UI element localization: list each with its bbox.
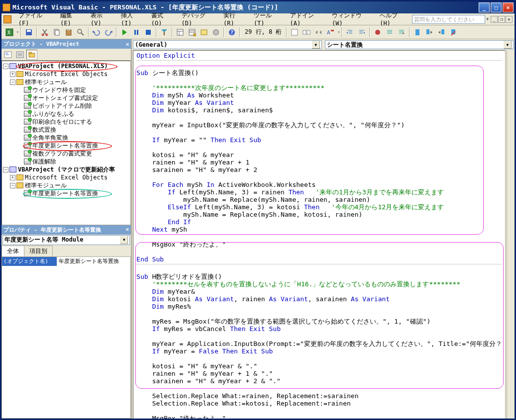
- properties-grid[interactable]: (オブジェクト名) 年度更新シート名等置換: [1, 256, 131, 419]
- redo-button[interactable]: [103, 27, 114, 38]
- tree-module[interactable]: ピボットアイテム削除: [3, 102, 129, 110]
- edit-dropdown-icon[interactable]: ▾: [337, 30, 340, 34]
- vertical-scrollbar[interactable]: [507, 50, 515, 419]
- indent-button[interactable]: [344, 27, 356, 38]
- next-bookmark-button[interactable]: [423, 27, 435, 38]
- toggle-folders-button[interactable]: [26, 50, 37, 60]
- prop-value[interactable]: 年度更新シート名等置換: [57, 257, 130, 266]
- svg-rect-49: [415, 29, 419, 35]
- object-combo[interactable]: (General)▼: [133, 40, 321, 49]
- prop-key: (オブジェクト名): [2, 257, 57, 266]
- comment-button[interactable]: [384, 27, 396, 38]
- help-dropdown-icon[interactable]: ▼: [486, 17, 489, 21]
- outdent-button[interactable]: [356, 27, 368, 38]
- tree-label: Microsoft Excel Objects: [25, 71, 107, 78]
- find-button[interactable]: [75, 27, 87, 38]
- svg-rect-14: [137, 30, 138, 35]
- svg-rect-13: [134, 30, 136, 35]
- design-mode-button[interactable]: [158, 27, 170, 38]
- mdi-minimize-button[interactable]: _: [491, 16, 498, 23]
- edit-tool-1[interactable]: [289, 27, 301, 38]
- minimize-button[interactable]: _: [479, 2, 490, 12]
- undo-button[interactable]: [91, 27, 103, 38]
- tree-project-1[interactable]: −VBAProject (PERSONAL.XLS): [3, 62, 129, 70]
- tree-label: 年度更新シート名等置換: [32, 142, 98, 150]
- prev-bookmark-button[interactable]: [435, 27, 447, 38]
- maximize-button[interactable]: □: [491, 2, 502, 12]
- tree-module[interactable]: ウインドウ枠を固定: [3, 86, 129, 94]
- object-combo-value: (General): [135, 41, 167, 48]
- excel-dropdown-icon[interactable]: ▾: [16, 30, 19, 34]
- svg-rect-7: [55, 30, 59, 35]
- properties-object-combo[interactable]: 年度更新シート名等 Module▼: [1, 235, 131, 246]
- tree-std-modules-1[interactable]: −標準モジュール: [3, 78, 129, 86]
- svg-text:A: A: [327, 29, 330, 36]
- prop-tab-category[interactable]: 項目別: [24, 246, 53, 256]
- chevron-down-icon[interactable]: ▼: [312, 41, 320, 49]
- tree-module[interactable]: ふりがなをふる: [3, 110, 129, 118]
- svg-marker-48: [403, 32, 405, 34]
- reset-button[interactable]: [142, 27, 154, 38]
- properties-pane-close-icon[interactable]: ×: [126, 226, 129, 234]
- paste-button[interactable]: [63, 27, 75, 38]
- breakpoint-button[interactable]: [372, 27, 384, 38]
- svg-marker-36: [347, 32, 348, 34]
- tree-module[interactable]: 全角半角変換: [3, 134, 129, 142]
- tree-module-selected[interactable]: 年度更新シート名等置換: [3, 142, 129, 150]
- break-button[interactable]: [130, 27, 142, 38]
- tree-module[interactable]: 複数グラフの書式変更: [3, 150, 129, 158]
- project-explorer-button[interactable]: [174, 27, 186, 38]
- tree-module-2[interactable]: 年度更新シート名等置換: [3, 189, 129, 197]
- tree-excel-objects-1[interactable]: +Microsoft Excel Objects: [3, 70, 129, 78]
- cut-button[interactable]: [39, 27, 51, 38]
- bookmark-button[interactable]: [412, 27, 423, 38]
- tree-excel-objects-2[interactable]: +Microsoft Excel Objects: [3, 173, 129, 181]
- view-code-button[interactable]: [2, 50, 13, 60]
- tree-module[interactable]: 保護解除: [3, 158, 129, 166]
- svg-marker-53: [438, 31, 440, 34]
- svg-marker-40: [363, 32, 365, 34]
- toolbox-button[interactable]: [210, 27, 222, 38]
- svg-rect-32: [331, 30, 334, 31]
- chevron-down-icon[interactable]: ▼: [504, 41, 512, 49]
- prop-obj-name: 年度更新シート名等: [4, 236, 58, 243]
- tree-module[interactable]: 印刷余白をゼロにする: [3, 118, 129, 126]
- object-browser-button[interactable]: [198, 27, 210, 38]
- svg-rect-18: [177, 29, 183, 35]
- view-object-button[interactable]: [14, 50, 25, 60]
- edit-tool-3[interactable]: [312, 27, 324, 38]
- prop-tab-all[interactable]: 全体: [1, 246, 24, 256]
- tree-std-modules-2[interactable]: −標準モジュール: [3, 181, 129, 189]
- view-excel-button[interactable]: X: [3, 27, 15, 38]
- help-button[interactable]: ?: [226, 27, 238, 38]
- tree-label: VBAProject (PERSONAL.XLS): [18, 63, 108, 70]
- run-button[interactable]: [118, 27, 130, 38]
- uncomment-button[interactable]: [396, 27, 408, 38]
- project-pane-close-icon[interactable]: ×: [126, 41, 129, 47]
- tree-module[interactable]: 数式置換: [3, 126, 129, 134]
- mdi-restore-button[interactable]: ❐: [498, 16, 505, 23]
- mdi-close-button[interactable]: ×: [506, 16, 513, 23]
- project-tree[interactable]: −VBAProject (PERSONAL.XLS) +Microsoft Ex…: [1, 61, 131, 225]
- svg-rect-25: [201, 30, 207, 35]
- clear-bookmarks-button[interactable]: [447, 27, 459, 38]
- properties-pane-header[interactable]: プロパティ - 年度更新シート名等置換 ×: [1, 225, 131, 235]
- chevron-down-icon[interactable]: ▼: [120, 236, 128, 244]
- code-editor[interactable]: Option Explicit Sub シート名置換() '**********…: [133, 50, 506, 419]
- procedure-combo[interactable]: シート名置換▼: [325, 40, 514, 49]
- properties-button[interactable]: [186, 27, 198, 38]
- svg-rect-60: [18, 53, 22, 56]
- save-button[interactable]: [23, 27, 35, 38]
- tree-label: 年度更新シート名等置換: [32, 189, 98, 198]
- tree-label: 複数グラフの書式変更: [32, 150, 92, 158]
- tree-module[interactable]: オートシェイプ書式設定: [3, 94, 129, 102]
- svg-text:X: X: [7, 30, 10, 35]
- tree-project-2[interactable]: −VBAProject (マクロで更新紹介率: [3, 166, 129, 173]
- copy-button[interactable]: [51, 27, 63, 38]
- prop-row[interactable]: (オブジェクト名) 年度更新シート名等置換: [2, 257, 130, 266]
- close-button[interactable]: ×: [503, 2, 514, 12]
- help-search-box[interactable]: 質問を入力してください: [412, 15, 485, 24]
- edit-tool-2[interactable]: [301, 27, 312, 38]
- edit-tool-4[interactable]: A: [324, 27, 336, 38]
- project-pane-header[interactable]: プロジェクト - VBAProject ×: [1, 39, 131, 49]
